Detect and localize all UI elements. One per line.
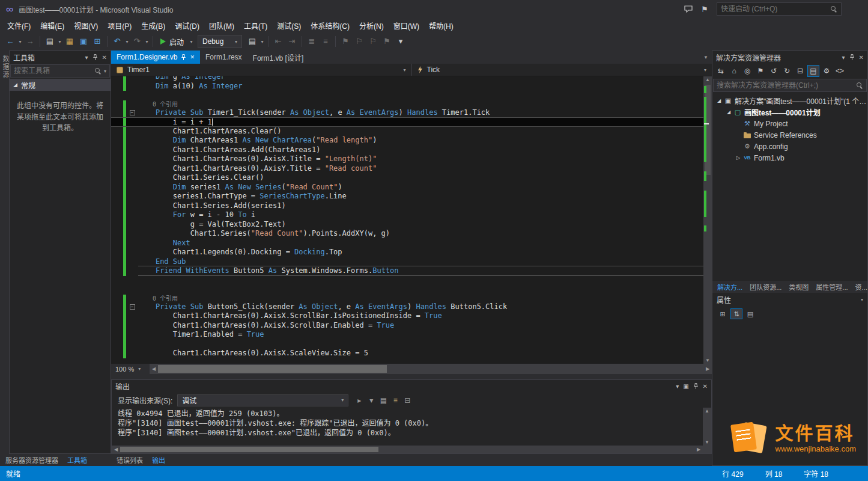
menu-item[interactable]: 窗口(W) <box>389 18 424 32</box>
tree-item[interactable]: ⚙App.config <box>712 141 867 152</box>
menu-item[interactable]: 工具(T) <box>239 18 272 32</box>
code-line[interactable]: End Sub <box>111 257 703 267</box>
open-file-icon[interactable]: ▦ <box>63 35 76 48</box>
code-line[interactable]: Chart1.Series.Clear() <box>111 173 703 183</box>
code-line[interactable]: Chart1.ChartAreas(0).AxisY.Title = "Read… <box>111 164 703 174</box>
nav-forward-icon[interactable]: → <box>23 35 37 48</box>
code-line[interactable]: Chart1.Series.Add(series1) <box>111 201 703 211</box>
alphabetical-icon[interactable]: ⇅ <box>730 308 742 319</box>
new-file-icon[interactable]: ▤ <box>43 35 56 48</box>
tree-item[interactable]: ◢▢画图test——00001计划 <box>712 106 867 118</box>
panel-tab[interactable]: 服务器资源管理器 <box>1 453 62 467</box>
sync-with-active-document-icon[interactable]: ↺ <box>768 65 780 77</box>
start-debug-button[interactable]: 启动 <box>156 37 188 47</box>
code-line[interactable]: Friend WithEvents Button5 As System.Wind… <box>111 266 703 276</box>
window-position-icon[interactable]: ▾ <box>676 383 679 390</box>
code-line[interactable]: Chart1.ChartAreas.Add(ChartAreas1) <box>111 146 703 155</box>
panel-splitter[interactable] <box>111 374 712 379</box>
pin-icon[interactable] <box>693 383 699 390</box>
scroll-down-icon[interactable]: ▼ <box>703 440 711 445</box>
menu-item[interactable]: 团队(M) <box>204 18 239 32</box>
tool-window-tab[interactable]: 属性管理... <box>812 280 851 293</box>
editor-tab[interactable]: Form1.Designer.vb✕ <box>111 51 200 64</box>
solution-search-input[interactable] <box>717 81 854 90</box>
solution-search[interactable] <box>713 79 867 92</box>
code-line[interactable]: Dim ChartAreas1 As New ChartArea("Read l… <box>111 136 703 146</box>
pending-changes-icon[interactable]: ⚑ <box>754 65 766 77</box>
bookmark-prev-icon[interactable]: ⚐ <box>353 35 366 48</box>
bookmark-next-icon[interactable]: ⚐ <box>366 35 380 48</box>
code-line[interactable]: Chart1.Series("Read Count").Points.AddXY… <box>111 229 703 239</box>
toolbox-section-general[interactable]: ◢ 常规 <box>10 79 111 91</box>
new-file-icon-dropdown[interactable]: ▾ <box>57 39 62 44</box>
xml-editor-icon-dropdown[interactable]: ▾ <box>259 39 265 44</box>
close-icon[interactable]: ✕ <box>190 54 195 60</box>
type-dropdown[interactable]: Timer1 ▾ <box>111 64 411 76</box>
undo-icon-dropdown[interactable]: ▾ <box>124 39 130 44</box>
panel-tab[interactable]: 错误列表 <box>112 453 147 467</box>
close-icon[interactable]: ✕ <box>859 54 864 61</box>
toolbox-search-input[interactable] <box>14 67 93 75</box>
tree-item[interactable]: ▷VBForm1.vb <box>712 152 867 164</box>
chevron-down-icon[interactable]: ▾ <box>104 69 106 74</box>
code-line[interactable] <box>111 340 703 349</box>
code-line[interactable]: For w = i - 10 To i <box>111 210 703 220</box>
scroll-right-icon[interactable]: ▶ <box>694 446 703 453</box>
code-line[interactable] <box>111 285 703 295</box>
scroll-left-icon[interactable]: ◀ <box>150 364 158 374</box>
tree-item[interactable]: Service References <box>712 129 867 141</box>
code-line[interactable] <box>111 91 703 100</box>
code-line[interactable]: 0 个引用 <box>111 100 703 108</box>
goto-source-icon[interactable]: ▸ <box>353 396 365 405</box>
float-icon[interactable]: ▣ <box>683 383 688 390</box>
nav-back-icon[interactable]: ← <box>4 35 17 48</box>
code-line[interactable]: Chart1.ChartAreas(0).AxisX.ScrollBar.Ena… <box>111 321 703 331</box>
categorized-icon[interactable]: ⊞ <box>717 308 729 319</box>
pin-icon[interactable] <box>849 54 855 61</box>
tree-item[interactable]: ⚒My Project <box>712 118 867 129</box>
close-icon[interactable]: ✕ <box>102 54 107 61</box>
scroll-left-icon[interactable]: ◀ <box>112 446 120 453</box>
properties-icon[interactable]: ⚙ <box>821 65 833 77</box>
bookmark-icon[interactable]: ⚑ <box>339 35 352 48</box>
collapse-box-icon[interactable]: − <box>130 110 135 115</box>
tool-window-tab[interactable]: 解决方... <box>714 280 746 293</box>
menu-item[interactable]: 分析(N) <box>354 18 389 32</box>
menu-item[interactable]: 体系结构(C) <box>306 18 354 32</box>
tree-expanded-arrow-icon[interactable]: ◢ <box>724 109 733 115</box>
code-line[interactable]: Chart1.ChartAreas(0).AxisX.ScrollBar.IsP… <box>111 311 703 321</box>
scope-icon[interactable]: ◎ <box>741 65 753 77</box>
code-line[interactable]: Dim a(10) As Integer <box>111 82 703 91</box>
code-line[interactable]: Chart1.Legends(0).Docking = Docking.Top <box>111 248 703 257</box>
editor-tab[interactable]: Form1.resx <box>200 51 247 64</box>
code-line[interactable]: Dim g As Integer <box>111 76 703 82</box>
show-all-files-icon[interactable]: ▤ <box>807 65 819 77</box>
menu-item[interactable]: 测试(S) <box>272 18 306 32</box>
tree-item[interactable]: ◢▣解决方案"画图test——00001计划"(1 个项目) <box>712 95 867 106</box>
output-log[interactable]: 线程 0x4994 已退出，返回值为 259 (0x103)。程序"[3140]… <box>112 408 703 446</box>
toolbar-options-icon[interactable]: ▾ <box>394 35 407 48</box>
view-code-icon[interactable]: <> <box>834 65 846 77</box>
title-bar[interactable]: ∞ 画图test——00001计划 - Microsoft Visual Stu… <box>0 0 868 18</box>
clear-all-icon[interactable]: ⊟ <box>401 396 413 405</box>
bookmark-clear-icon[interactable]: ⚑ <box>380 35 393 48</box>
pin-icon[interactable] <box>181 54 186 61</box>
save-all-icon[interactable]: ⊞ <box>91 35 104 48</box>
redo-icon-dropdown[interactable]: ▾ <box>144 39 150 44</box>
output-source-dropdown[interactable]: 调试 ▾ <box>177 394 348 406</box>
code-line[interactable]: g = Val(TextBox2.Text) <box>111 220 703 230</box>
scrollbar-thumb[interactable] <box>158 365 387 373</box>
property-pages-icon[interactable]: ▤ <box>744 308 756 319</box>
menu-item[interactable]: 项目(P) <box>103 18 136 32</box>
uncomment-icon[interactable]: ≡ <box>319 35 332 48</box>
fold-margin[interactable]: − <box>126 108 138 118</box>
menu-item[interactable]: 帮助(H) <box>424 18 458 32</box>
scrollbar-thumb[interactable] <box>120 447 378 452</box>
refresh-icon[interactable]: ↻ <box>781 65 793 77</box>
fold-margin[interactable]: − <box>126 302 138 312</box>
scroll-up-icon[interactable]: ▲ <box>703 77 712 82</box>
undo-icon[interactable]: ↶ <box>111 35 124 48</box>
editor-horizontal-scrollbar[interactable] <box>158 364 703 374</box>
panel-tab[interactable]: 工具箱 <box>63 453 91 467</box>
code-line[interactable]: Chart1.ChartAreas(0).AxisX.Title = "Leng… <box>111 155 703 164</box>
